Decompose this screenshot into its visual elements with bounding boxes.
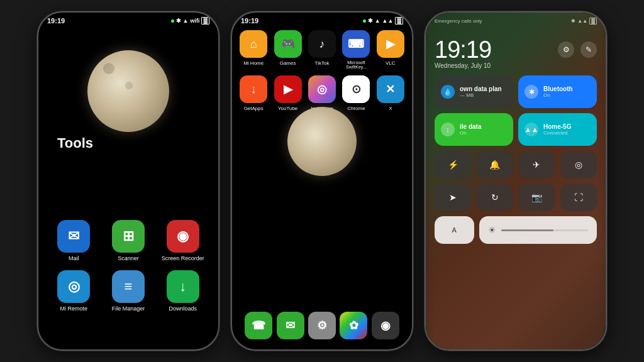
cc-brightness-label: A: [452, 226, 457, 234]
cc-mobile-title: ile data: [460, 123, 507, 130]
cc-wifi-title: Home-5G: [543, 123, 591, 130]
app-youtube-icon: ▶: [274, 75, 302, 103]
app-phone[interactable]: ☎: [245, 312, 272, 339]
app-downloads[interactable]: ↓ Downloads: [160, 270, 206, 312]
cc-data-plan-tile[interactable]: 💧 own data plan — MB: [435, 75, 513, 108]
cc-location-tile[interactable]: ➤: [435, 184, 472, 211]
app-screen-recorder[interactable]: ◉ Screen Recorder: [160, 220, 206, 261]
app-getapps-icon: ↓: [240, 75, 267, 103]
app-pinwheel-icon: ✿: [340, 312, 367, 339]
status-dot-1: [171, 19, 174, 23]
app-mail[interactable]: ✉ Mail: [51, 220, 97, 261]
bluetooth-icon-2: ✱: [368, 18, 373, 24]
cc-tiles: 💧 own data plan — MB ✱ Bluetooth On: [435, 75, 597, 249]
cc-data-sub: — MB: [460, 92, 507, 98]
battery-icon-2: ▓: [395, 17, 403, 25]
app-phone-icon: ☎: [245, 312, 272, 339]
cc-bt-title: Bluetooth: [543, 85, 591, 92]
app-mi-remote[interactable]: ◎ Mi Remote: [51, 270, 97, 312]
cc-data-icon: 💧: [441, 85, 455, 99]
app-swiftkey-icon: ⌨: [342, 30, 370, 58]
time-1: 19:19: [47, 17, 65, 25]
cc-bluetooth-icon: ✱: [571, 18, 575, 24]
cc-mobile-data-tile[interactable]: ↕ ile data On: [435, 113, 513, 146]
cc-mobile-text: ile data On: [460, 123, 507, 136]
app-swiftkey-label: Microsoft SwiftKey...: [341, 60, 371, 69]
app-x[interactable]: ✕ X: [375, 75, 406, 111]
app-x-icon: ✕: [377, 75, 404, 103]
app-games[interactable]: 🎮 Games: [272, 30, 303, 69]
app-file-manager-icon: ≡: [112, 270, 145, 303]
mid-apps-row: ↓ GetApps ▶ YouTube ◎ Instagram ⊙ Chrome…: [238, 75, 406, 111]
app-getapps[interactable]: ↓ GetApps: [238, 75, 269, 111]
battery-icon-1: ▓: [201, 17, 209, 25]
app-scanner[interactable]: ⊞ Scanner: [106, 220, 152, 261]
app-swiftkey[interactable]: ⌨ Microsoft SwiftKey...: [341, 30, 371, 69]
status-bar-2: 19:19 ✱ ▲ ▲▲ ▓: [232, 13, 412, 26]
moon-1: [87, 50, 169, 132]
cc-bt-text: Bluetooth On: [543, 85, 591, 98]
app-games-label: Games: [280, 60, 296, 66]
moon-2: [287, 107, 357, 176]
cc-brightness-slider[interactable]: ☀: [479, 216, 597, 244]
cc-bluetooth-tile[interactable]: ✱ Bluetooth On: [518, 75, 597, 108]
app-camera[interactable]: ◉: [372, 312, 399, 339]
cc-wifi-sub: Connected: [543, 130, 591, 136]
cc-fullscreen-tile[interactable]: ⛶: [560, 184, 597, 211]
app-chrome[interactable]: ⊙ Chrome: [341, 75, 371, 111]
app-mihome[interactable]: ⌂ Mi Home: [238, 30, 269, 69]
dock: ☎ ✉ ⚙ ✿ ◉: [245, 312, 399, 339]
app-pinwheel[interactable]: ✿: [340, 312, 367, 339]
wifi-icon-2: ▲▲: [382, 18, 394, 24]
cc-wifi-icon: ▲▲: [525, 123, 538, 136]
app-messages-icon: ✉: [277, 312, 304, 339]
status-icons-2: ✱ ▲ ▲▲ ▓: [363, 17, 403, 25]
app-mi-remote-icon: ◎: [57, 270, 90, 303]
app-games-icon: 🎮: [274, 30, 302, 58]
app-x-label: X: [389, 106, 392, 111]
app-youtube[interactable]: ▶ YouTube: [272, 75, 303, 111]
cc-airplane-tile[interactable]: ✈: [518, 151, 555, 178]
cc-signal-icon: ▲▲: [577, 18, 587, 24]
app-vlc-icon: ▶: [377, 30, 404, 58]
status-dot-2: [363, 19, 366, 23]
cc-edit-icon[interactable]: ✎: [580, 41, 597, 58]
bluetooth-icon-1: ✱: [176, 18, 181, 24]
cc-row-2: ↕ ile data On ▲▲ Home-5G Connected: [435, 113, 597, 146]
cc-bell-tile[interactable]: 🔔: [477, 151, 514, 178]
app-vlc[interactable]: ▶ VLC: [375, 30, 406, 69]
phone-1: 19:19 ✱ ▲ wifi ▓ Tools ✉ Mail ⊞ Scanner: [37, 11, 219, 351]
cc-brightness-icon: ☀: [488, 225, 496, 235]
cc-focus-tile[interactable]: ◎: [560, 151, 597, 178]
status-icons-1: ✱ ▲ wifi ▓: [171, 17, 209, 25]
wifi-icon-1: wifi: [190, 18, 199, 24]
cc-brightness-fill: [501, 229, 553, 231]
cc-flashlight-tile[interactable]: ⚡: [435, 151, 472, 178]
app-mail-label: Mail: [69, 255, 79, 261]
app-tiktok[interactable]: ♪ TikTok: [307, 30, 337, 69]
cc-mobile-sub: On: [460, 130, 507, 136]
cc-brightness-track: [501, 229, 589, 231]
app-file-manager[interactable]: ≡ File Manager: [106, 270, 152, 312]
cc-time-block: 19:19 Wednesday, July 10: [435, 36, 491, 69]
cc-rotation-tile[interactable]: ↻: [477, 184, 514, 211]
app-settings[interactable]: ⚙: [308, 312, 336, 339]
cc-bt-icon: ✱: [525, 85, 538, 99]
app-instagram[interactable]: ◎ Instagram: [307, 75, 337, 111]
app-getapps-label: GetApps: [244, 106, 264, 111]
app-mail-icon: ✉: [57, 220, 90, 253]
cc-data-title: own data plan: [460, 85, 507, 92]
cc-status-icons: ✱ ▲▲ ▓: [571, 18, 597, 25]
cc-wifi-tile[interactable]: ▲▲ Home-5G Connected: [518, 113, 597, 146]
cc-gear-icon[interactable]: ⚙: [558, 41, 574, 58]
cc-video-tile[interactable]: 📷: [518, 184, 555, 211]
app-camera-icon: ◉: [372, 312, 399, 339]
app-tiktok-label: TikTok: [315, 60, 330, 66]
app-scanner-label: Scanner: [118, 255, 139, 261]
app-messages[interactable]: ✉: [276, 312, 304, 339]
app-screen-recorder-label: Screen Recorder: [162, 255, 204, 261]
cc-row-3: ⚡ 🔔 ✈ ◎: [435, 151, 597, 178]
cc-brightness-a[interactable]: A: [435, 216, 474, 244]
app-chrome-icon: ⊙: [342, 75, 370, 103]
app-youtube-label: YouTube: [278, 106, 297, 111]
